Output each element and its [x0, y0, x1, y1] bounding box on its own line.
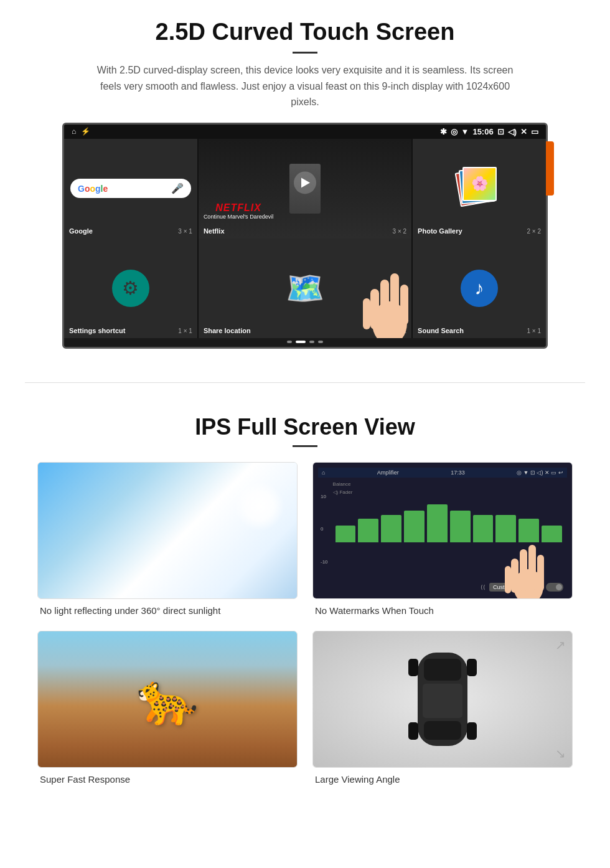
location-icon: ◎ — [451, 127, 458, 136]
google-cell[interactable]: Google 🎤 Google 3 × 1 — [64, 139, 197, 238]
netflix-cell[interactable]: NETFLIX Continue Marvel's Daredevil Netf… — [199, 139, 411, 238]
svg-rect-15 — [424, 721, 461, 740]
car-label: Large Viewing Angle — [315, 774, 573, 785]
amp-time: 17:33 — [451, 469, 465, 476]
settings-cell[interactable]: ⚙ Settings shortcut 1 × 1 — [64, 238, 197, 338]
amp-title: Amplifier — [377, 469, 399, 476]
car-visual: ↗ ↘ — [313, 631, 572, 767]
eq-bar-6 — [450, 511, 471, 542]
section2-divider — [293, 445, 317, 447]
svg-rect-10 — [537, 555, 544, 591]
eq-bar-4 — [404, 511, 425, 542]
volume-icon: ◁) — [508, 127, 517, 136]
wifi-icon: ▼ — [461, 127, 469, 136]
sound-search-cell[interactable]: ♪ Sound Search 1 × 1 — [413, 238, 546, 338]
music-note-icon: ♪ — [461, 270, 498, 307]
window-icon: ▭ — [531, 127, 538, 136]
status-bar: ⌂ ⚡ ✱ ◎ ▼ 15:06 ⊡ ◁) ✕ ▭ — [64, 125, 546, 139]
netflix-logo: NETFLIX — [204, 202, 273, 214]
usb-icon: ⚡ — [81, 127, 90, 136]
app-grid-top: Google 🎤 Google 3 × 1 — [64, 139, 546, 238]
amp-prev-icon: ⟨⟨ — [481, 584, 486, 590]
eq-bar-1 — [336, 526, 356, 542]
svg-rect-14 — [423, 684, 462, 718]
google-label: Google — [69, 227, 93, 235]
feature-sunlight: No light reflecting under 360° direct su… — [37, 462, 298, 616]
amp-icons: ◎ ▼ ⊡ ◁) ✕ ▭ ↩ — [517, 469, 563, 476]
eq-bar-7 — [473, 515, 494, 542]
feature-grid: No light reflecting under 360° direct su… — [37, 462, 573, 785]
play-triangle-icon — [301, 177, 310, 187]
eq-bar-5 — [427, 504, 448, 542]
cheetah-label: Super Fast Response — [40, 774, 298, 785]
cheetah-emoji: 🐆 — [136, 670, 199, 729]
sunlight-visual — [38, 463, 297, 598]
amplifier-image: ⌂ Amplifier 17:33 ◎ ▼ ⊡ ◁) ✕ ▭ ↩ 100-10 … — [312, 462, 573, 599]
hand-pointer — [362, 242, 411, 338]
amplifier-visual: ⌂ Amplifier 17:33 ◎ ▼ ⊡ ◁) ✕ ▭ ↩ 100-10 … — [313, 463, 572, 598]
section-ips: IPS Full Screen View No light reflecting… — [0, 402, 610, 803]
device-mockup: Screen Size 9" ⌂ ⚡ ✱ ◎ ▼ 15:06 ⊡ ◁) ✕ — [62, 123, 548, 349]
cheetah-visual: 🐆 — [38, 631, 297, 767]
svg-rect-4 — [400, 285, 408, 325]
camera-icon: ⊡ — [497, 127, 504, 136]
settings-label: Settings shortcut — [69, 327, 125, 334]
share-label: Share location — [204, 327, 251, 334]
amp-y-labels: 100-10 — [321, 480, 331, 578]
eq-bar-2 — [358, 519, 378, 542]
section1-description: With 2.5D curved-display screen, this de… — [93, 62, 517, 110]
amplifier-label: No Watermarks When Touch — [315, 605, 573, 616]
settings-gear-icon: ⚙ — [112, 270, 149, 307]
amp-header: ⌂ Amplifier 17:33 ◎ ▼ ⊡ ◁) ✕ ▭ ↩ — [318, 468, 567, 478]
maps-icon: 🗺️ — [286, 270, 324, 306]
dot-4 — [318, 341, 323, 343]
home-icon: ⌂ — [72, 127, 76, 136]
page-dots — [64, 341, 546, 347]
play-button[interactable] — [294, 171, 316, 194]
feature-car: ↗ ↘ Large Viewing Angle — [312, 631, 573, 785]
netflix-overlay: NETFLIX Continue Marvel's Daredevil — [204, 202, 273, 220]
close-icon: ✕ — [520, 127, 527, 136]
google-size: 3 × 1 — [178, 228, 192, 235]
svg-rect-3 — [370, 289, 379, 329]
svg-rect-1 — [380, 280, 389, 329]
svg-rect-8 — [528, 545, 536, 590]
gallery-label: Photo Gallery — [418, 227, 462, 235]
gallery-cell[interactable]: 🌸 Photo Gallery 2 × 2 — [413, 139, 546, 238]
device-screen: ⌂ ⚡ ✱ ◎ ▼ 15:06 ⊡ ◁) ✕ ▭ — [62, 123, 548, 349]
svg-rect-5 — [363, 298, 370, 329]
google-logo: Google — [78, 184, 108, 194]
settings-size: 1 × 1 — [178, 328, 192, 334]
share-location-cell[interactable]: 🗺️ Share location — [199, 238, 411, 338]
amp-hand-overlay — [504, 521, 553, 599]
amp-home-icon: ⌂ — [322, 469, 325, 476]
svg-rect-9 — [511, 559, 518, 593]
photo-card-3: 🌸 — [462, 167, 497, 201]
svg-rect-13 — [424, 659, 461, 681]
photo-stack: 🌸 — [458, 167, 501, 210]
section2-title: IPS Full Screen View — [37, 414, 573, 440]
time-display: 15:06 — [472, 127, 493, 136]
hand-svg — [362, 242, 411, 338]
car-image: ↗ ↘ — [312, 631, 573, 768]
dot-2 — [296, 341, 306, 343]
netflix-label: Netflix — [204, 227, 225, 235]
svg-rect-18 — [408, 722, 418, 740]
feature-cheetah: 🐆 Super Fast Response — [37, 631, 298, 785]
netflix-subtitle: Continue Marvel's Daredevil — [204, 214, 273, 220]
sound-label: Sound Search — [418, 327, 464, 334]
svg-rect-19 — [467, 722, 477, 740]
section1-divider — [293, 52, 317, 54]
section1-title: 2.5D Curved Touch Screen — [37, 19, 573, 45]
google-search-bar[interactable]: Google 🎤 — [70, 179, 191, 198]
svg-rect-11 — [505, 566, 511, 593]
eq-bar-3 — [381, 515, 401, 542]
status-right: ✱ ◎ ▼ 15:06 ⊡ ◁) ✕ ▭ — [440, 127, 538, 136]
feature-amplifier: ⌂ Amplifier 17:33 ◎ ▼ ⊡ ◁) ✕ ▭ ↩ 100-10 … — [312, 462, 573, 616]
svg-rect-7 — [520, 549, 527, 592]
gallery-size: 2 × 2 — [527, 228, 541, 235]
google-mic-icon: 🎤 — [171, 182, 184, 194]
section-curved-screen: 2.5D Curved Touch Screen With 2.5D curve… — [0, 0, 610, 364]
sunlight-image — [37, 462, 298, 599]
dot-1 — [287, 341, 292, 343]
